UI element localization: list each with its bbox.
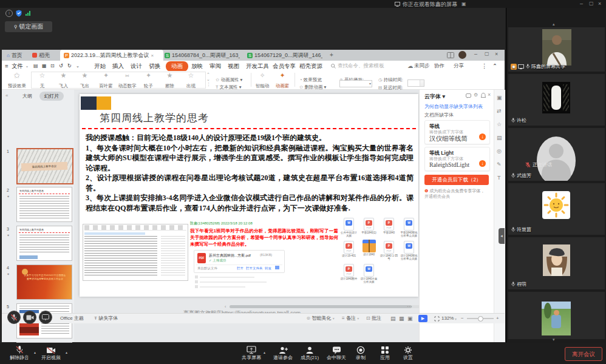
tab-home[interactable]: ⌂ 首页 <box>3 50 26 61</box>
download-font-icon[interactable]: ↓ <box>479 160 486 167</box>
anim-blinds[interactable]: ✦百叶窗 <box>95 72 117 88</box>
tab-document-xls2[interactable]: S 154067129_0...周调研_146_146 <box>243 50 330 61</box>
notes-button[interactable]: ≡ 备注 ▾ <box>342 314 359 323</box>
tab-document-ppt[interactable]: P 2022.3.19...第四周线上教学会议 × <box>60 50 163 61</box>
settings-button[interactable]: 设置 <box>398 345 418 361</box>
comments-button[interactable]: ⊡ 批注 <box>366 314 381 323</box>
slide-editing-area[interactable]: 第四周线上教学的思考 我的授课感触：目前无论是18级140人的设计原理还是19级… <box>80 94 418 297</box>
wps-minimize-button[interactable]: – <box>474 51 477 57</box>
sorter-view-icon[interactable]: ▦ <box>399 314 404 323</box>
why-missing-fonts-link[interactable]: 为何自动显示缺失字体列表 <box>424 103 483 110</box>
zoom-level[interactable]: 132% <box>441 314 454 323</box>
signal-icon[interactable] <box>26 14 27 16</box>
switch-icon[interactable]: ⇄ <box>497 108 502 114</box>
share-button[interactable]: 分享 <box>454 61 464 71</box>
file-item[interactable]: PPDF平面1840 <box>380 218 398 237</box>
collaborate-button[interactable]: 协作 <box>434 61 444 71</box>
video-options-caret[interactable]: ▴ <box>66 350 67 354</box>
invite-button[interactable]: 邀请参会 <box>270 345 296 361</box>
unmute-button[interactable]: 解除静音 <box>6 345 33 361</box>
tab-close-icon[interactable]: × <box>151 53 154 58</box>
zoom-out-button[interactable]: − <box>461 314 464 323</box>
redo-icon[interactable]: ↻ <box>67 61 72 71</box>
sidebar-collapse-down-icon[interactable]: ▾ <box>553 337 555 342</box>
gallery-down-icon[interactable]: ⌄ <box>206 77 210 82</box>
apps-button[interactable]: 应用 <box>375 345 395 361</box>
edit-icon[interactable]: ✎ <box>497 161 502 167</box>
smart-beautify-button[interactable]: ⊙ 智能美化 ▾ <box>307 314 335 323</box>
slide-thumb-4[interactable]: 认真学习习近平总书记2022年全国两会重要讲话精神暨党风廉政工作会议 <box>16 265 72 300</box>
favorites-icon[interactable]: ☆ <box>497 121 502 127</box>
save-icon[interactable]: ▤ <box>33 61 38 71</box>
members-button[interactable]: 成员(21) <box>296 345 323 361</box>
anim-appear[interactable]: ☆出现 <box>180 72 202 88</box>
wps-maximize-button[interactable]: ▢ <box>485 51 489 56</box>
reading-view-icon[interactable]: ▣ <box>407 314 413 323</box>
fit-zoom-icon[interactable] <box>434 316 440 322</box>
share-options-caret[interactable]: ▴ <box>264 350 265 354</box>
participant-tile[interactable] <box>508 292 605 339</box>
window-maximize-button[interactable]: ▢ <box>589 1 594 6</box>
menu-member[interactable]: 会员专享 <box>273 61 296 71</box>
font-card-dengxian[interactable]: 等线 将替换成下方字体 汉仪细等线简 ↓ <box>424 120 490 144</box>
window-close-button[interactable]: × <box>598 1 601 7</box>
canvas-more-icon[interactable]: ⋯ <box>407 303 412 309</box>
feedback-icon[interactable] <box>466 93 471 98</box>
menu-docer-res[interactable]: 稻壳资源 <box>299 61 322 71</box>
lock-screen-button[interactable]: ⚲ 锁定画面 <box>5 21 52 32</box>
slide-thumb-1[interactable]: 第四周线上教学会议 <box>16 148 73 184</box>
zoom-in-button[interactable]: + <box>496 314 499 323</box>
duration-input[interactable] <box>407 79 424 87</box>
participant-tile[interactable]: 程萌 <box>508 237 605 289</box>
menu-design[interactable]: 设计 <box>131 61 142 71</box>
download-font-icon[interactable]: ↓ <box>479 133 486 140</box>
participant-tile[interactable]: 许松 <box>508 74 605 126</box>
missing-font-button[interactable]: Ŧ 缺失字体 <box>94 314 118 323</box>
info-icon[interactable]: i <box>5 10 13 17</box>
export-icon[interactable]: ▦ <box>42 61 47 71</box>
anim-wheel[interactable]: ✦轮子 <box>138 72 159 88</box>
floating-mic-muted-button[interactable] <box>7 311 21 324</box>
text-tool-icon[interactable]: T <box>497 175 501 181</box>
anim-none[interactable]: ☆无 <box>32 72 53 88</box>
font-card-dengxian-light[interactable]: 等线 Light 将替换成下方字体 RaleighStdLight ↓ <box>424 147 490 171</box>
qq-action-open-folder[interactable]: 打开文件夹 <box>246 266 263 271</box>
tab-outline[interactable]: 大纲 <box>22 93 32 99</box>
bell-icon[interactable] <box>481 93 486 98</box>
menu-animation-active[interactable]: 动画 <box>166 61 188 72</box>
participant-tile-sharer[interactable]: ◉ 陈鑫的屏幕共享 <box>508 27 605 72</box>
anim-number[interactable]: ⑅动态数字 <box>117 72 138 88</box>
file-item[interactable]: PPDF设计19-401 <box>339 241 358 260</box>
anim-wipe[interactable]: ★擦除 <box>159 72 180 88</box>
menu-insert[interactable]: 插入 <box>112 61 124 71</box>
file-item[interactable]: PPDF设计1840 1-35号 <box>380 241 398 260</box>
panel-close-icon[interactable]: × <box>488 92 491 98</box>
gallery-up-icon[interactable]: ⌃ <box>206 72 210 77</box>
zoom-slider[interactable] <box>467 318 494 319</box>
file-item[interactable]: W公共空间设计大纲 <box>339 218 358 237</box>
menu-review[interactable]: 审阅 <box>209 61 221 71</box>
file-item[interactable]: W平面1840图纸分析要点大纲 <box>400 218 418 237</box>
qq-action-open[interactable]: 打开 <box>237 266 243 271</box>
menu-devtools[interactable]: 开发工具 <box>246 61 269 71</box>
banner-pin-icon[interactable]: ▣ <box>461 1 466 7</box>
sidebar-collapse-up-icon[interactable]: ▴ <box>553 22 555 27</box>
floating-share-button[interactable] <box>39 311 52 324</box>
file-item[interactable]: W设计1840方案分析大纲 <box>359 264 378 283</box>
anim-flyout[interactable]: ★飞出 <box>74 72 95 88</box>
start-video-button[interactable]: 开启视频 <box>38 345 64 361</box>
leave-meeting-button[interactable]: 离开会议 <box>565 347 602 361</box>
slide-thumb-3[interactable]: 第四周线上教学的思考 <box>16 226 72 261</box>
qq-file-card[interactable]: PDF 苏州古典园林拙...方案.pdf (813KB) ✓ 上传成功 来自默认… <box>194 250 285 273</box>
properties-icon[interactable]: ▣ <box>497 95 502 101</box>
qq-more-icon[interactable] <box>275 266 279 269</box>
wps-close-button[interactable]: × <box>495 51 498 57</box>
menu-file[interactable]: 文件 <box>12 61 23 71</box>
menu-view[interactable]: 视图 <box>228 61 239 71</box>
shield-icon[interactable] <box>16 10 22 17</box>
qq-action-forward[interactable]: 转发 <box>265 266 271 271</box>
tab-document-xls1[interactable]: S 154068784_0...周调研_163_163 <box>161 50 247 61</box>
print-icon[interactable]: ⊡ <box>50 61 55 71</box>
record-button[interactable]: 录制 <box>351 345 370 361</box>
play-slideshow-button[interactable]: ▶ <box>418 315 427 322</box>
